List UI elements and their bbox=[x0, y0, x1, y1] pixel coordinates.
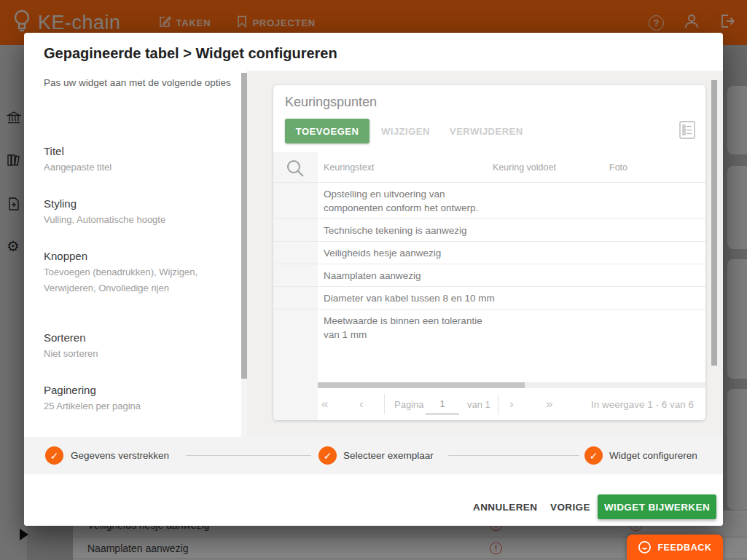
row-text: Diameter van kabel tussen 8 en 10 mm bbox=[324, 291, 495, 305]
option-title: Paginering bbox=[44, 382, 242, 398]
row-text: Naamplaten aanwezig bbox=[324, 269, 495, 283]
row-text: Meetwaarde is binnen een tolerantie van … bbox=[324, 314, 495, 342]
screen: KE-chain TAKEN bbox=[0, 0, 747, 560]
scrollbar-thumb[interactable] bbox=[711, 80, 717, 366]
next-page-icon[interactable]: › bbox=[509, 388, 514, 420]
option-title: Knoppen bbox=[44, 248, 242, 264]
scrollbar-thumb[interactable] bbox=[318, 382, 525, 388]
option-subtitle: 25 Artikelen per pagina bbox=[44, 398, 242, 414]
keuringspunten-card: Keuringspunten TOEVOEGEN WIJZIGEN VERWIJ… bbox=[273, 85, 705, 420]
options-panel: Pas uw widget aan met de volgende opties… bbox=[24, 71, 241, 437]
options-scrollbar[interactable] bbox=[241, 73, 247, 437]
option-subtitle: Toevoegen (benadrukken), Wijzigen, Verwi… bbox=[44, 264, 242, 296]
options-description: Pas uw widget aan met de volgende opties bbox=[44, 76, 244, 90]
option-knoppen[interactable]: Knoppen Toevoegen (benadrukken), Wijzige… bbox=[44, 248, 242, 296]
step-connector bbox=[448, 455, 579, 456]
option-titel[interactable]: Titel Aangepaste titel bbox=[44, 143, 242, 176]
column-header[interactable]: Keuringstext bbox=[324, 162, 374, 173]
table-row[interactable]: Meetwaarde is binnen een tolerantie van … bbox=[273, 309, 705, 345]
last-page-icon[interactable]: » bbox=[546, 388, 552, 420]
card-title: Keuringspunten bbox=[285, 95, 377, 110]
pagination-bar: « ‹ Pagina van 1 › » In weergave 1 - 6 v… bbox=[273, 388, 705, 420]
first-page-icon[interactable]: « bbox=[321, 388, 328, 420]
column-header[interactable]: Foto bbox=[609, 162, 627, 173]
row-text: Opstelling en uitvoering van componenten… bbox=[324, 187, 495, 215]
option-title: Titel bbox=[44, 143, 242, 159]
widget-config-modal: Gepagineerde tabel > Widget configureren… bbox=[24, 33, 723, 526]
option-title: Styling bbox=[44, 196, 242, 212]
divider bbox=[498, 394, 498, 414]
option-subtitle: Niet sorteren bbox=[44, 346, 242, 362]
wizard-stepper: ✓ Gegevens verstrekken ✓ Selecteer exemp… bbox=[24, 437, 723, 474]
step-label[interactable]: Selecteer exemplaar bbox=[343, 437, 434, 474]
smiley-icon bbox=[638, 540, 652, 554]
page-of-label: van 1 bbox=[467, 388, 490, 420]
table-row[interactable]: Diameter van kabel tussen 8 en 10 mm bbox=[273, 286, 705, 309]
horizontal-scrollbar[interactable] bbox=[318, 382, 705, 388]
row-text: Technische tekening is aanwezig bbox=[324, 224, 495, 237]
verwijderen-button[interactable]: VERWIJDEREN bbox=[445, 119, 528, 143]
column-config-icon[interactable] bbox=[679, 121, 695, 142]
option-paginering[interactable]: Paginering 25 Artikelen per pagina bbox=[44, 382, 242, 414]
widget-preview-area: Keuringspunten TOEVOEGEN WIJZIGEN VERWIJ… bbox=[247, 71, 723, 437]
row-text: Veiligheids hesje aanwezig bbox=[324, 246, 495, 260]
option-subtitle: Vulling, Automatische hoogte bbox=[44, 212, 242, 228]
toevoegen-button[interactable]: TOEVOEGEN bbox=[285, 119, 369, 143]
scrollbar-thumb[interactable] bbox=[241, 73, 247, 379]
modal-footer: ANNULEREN VORIGE WIDGET BIJWERKEN bbox=[24, 474, 723, 526]
step-check-icon: ✓ bbox=[318, 446, 337, 465]
annuleren-button[interactable]: ANNULEREN bbox=[469, 494, 538, 519]
page-number-input[interactable] bbox=[426, 394, 459, 414]
wijzigen-button[interactable]: WIJZIGEN bbox=[377, 119, 434, 143]
vorige-button[interactable]: VORIGE bbox=[546, 494, 591, 519]
page-label: Pagina bbox=[394, 388, 423, 420]
option-sorteren[interactable]: Sorteren Niet sorteren bbox=[44, 330, 242, 362]
step-connector bbox=[186, 455, 311, 456]
table-row[interactable]: Naamplaten aanwezig bbox=[273, 264, 705, 286]
table-row[interactable]: Veiligheids hesje aanwezig bbox=[273, 241, 705, 264]
widget-bijwerken-button[interactable]: WIDGET BIJWERKEN bbox=[598, 494, 716, 519]
divider bbox=[384, 394, 385, 414]
step-label[interactable]: Widget configureren bbox=[609, 437, 697, 474]
option-styling[interactable]: Styling Vulling, Automatische hoogte bbox=[44, 196, 242, 228]
table-header: Keuringstext Keuring voldoet Foto bbox=[273, 152, 705, 182]
step-check-icon: ✓ bbox=[45, 446, 63, 465]
step-check-icon: ✓ bbox=[584, 446, 603, 465]
pagination-summary: In weergave 1 - 6 van 6 bbox=[591, 388, 694, 420]
preview-scrollbar[interactable] bbox=[711, 78, 717, 432]
modal-title: Gepagineerde tabel > Widget configureren bbox=[44, 45, 337, 62]
feedback-button[interactable]: FEEDBACK bbox=[627, 535, 723, 560]
previous-page-icon[interactable]: ‹ bbox=[359, 388, 364, 420]
option-title: Sorteren bbox=[44, 330, 242, 346]
option-subtitle: Aangepaste titel bbox=[44, 159, 242, 176]
column-header[interactable]: Keuring voldoet bbox=[493, 162, 556, 173]
step-label[interactable]: Gegevens verstrekken bbox=[71, 437, 169, 474]
table-row[interactable]: Opstelling en uitvoering van componenten… bbox=[273, 182, 705, 218]
feedback-label: FEEDBACK bbox=[657, 543, 711, 553]
table-row[interactable]: Technische tekening is aanwezig bbox=[273, 218, 705, 241]
table-body: Opstelling en uitvoering van componenten… bbox=[273, 182, 705, 345]
